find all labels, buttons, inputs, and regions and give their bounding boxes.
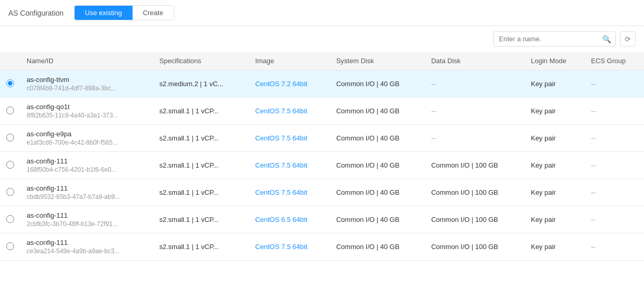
radio-cell bbox=[0, 152, 20, 179]
specs-cell: s2.small.1 | 1 vCP... bbox=[153, 206, 249, 233]
data-disk-cell: Common I/O | 100 GB bbox=[425, 206, 524, 233]
name-id-cell: as-config-111168f50b4-c756-4201-b1f6-6e0… bbox=[20, 152, 153, 179]
image-link[interactable]: CentOS 7.5 64bit bbox=[255, 243, 307, 251]
col-system-disk: System Disk bbox=[330, 52, 425, 70]
image-link[interactable]: CentOS 7.5 64bit bbox=[255, 161, 307, 169]
search-icon-button[interactable]: 🔍 bbox=[598, 35, 615, 43]
specs-cell: s2.small.1 | 1 vCP... bbox=[153, 125, 249, 152]
name-id-cell: as-config-ttvmc078f4b8-741d-4df7-898a-3b… bbox=[20, 70, 153, 98]
row-radio[interactable] bbox=[6, 79, 14, 87]
data-disk-cell: -- bbox=[425, 70, 524, 98]
image-cell: CentOS 6.5 64bit bbox=[249, 206, 330, 233]
login-mode-cell: Key pair bbox=[524, 98, 585, 125]
config-name: as-config-e9pa bbox=[27, 130, 147, 138]
image-link[interactable]: CentOS 7.5 64bit bbox=[255, 107, 307, 115]
image-cell: CentOS 7.2 64bit bbox=[249, 70, 330, 98]
refresh-button[interactable]: ⟳ bbox=[620, 31, 636, 46]
col-specifications: Specifications bbox=[153, 52, 249, 70]
config-name: as-config-111 bbox=[27, 184, 147, 192]
radio-cell bbox=[0, 125, 20, 152]
search-input[interactable] bbox=[494, 32, 598, 46]
data-disk-cell: Common I/O | 100 GB bbox=[425, 179, 524, 206]
data-disk-dash: -- bbox=[431, 107, 436, 115]
image-link[interactable]: CentOS 6.5 64bit bbox=[255, 216, 307, 223]
ecs-group-cell: -- bbox=[585, 206, 645, 233]
system-disk-cell: Common I/O | 40 GB bbox=[330, 206, 425, 233]
name-id-cell: as-config-e9pae1af3cd6-700e-4c42-8b0f-f5… bbox=[20, 125, 153, 152]
row-radio[interactable] bbox=[6, 107, 14, 114]
tab-use-existing[interactable]: Use existing bbox=[75, 6, 133, 20]
table-row[interactable]: as-config-111cbdb9532-65b3-47a7-b7a9-ab9… bbox=[0, 179, 644, 206]
col-radio bbox=[0, 52, 20, 70]
config-id: cbdb9532-65b3-47a7-b7a9-ab9... bbox=[27, 193, 147, 201]
search-wrap: 🔍 bbox=[493, 31, 616, 46]
table-row[interactable]: as-config-111ce3ea214-549e-4a9b-a9ae-bc3… bbox=[0, 233, 644, 261]
specs-cell: s2.small.1 | 1 vCP... bbox=[153, 233, 249, 261]
specs-cell: s2.small.1 | 1 vCP... bbox=[153, 152, 249, 179]
system-disk-cell: Common I/O | 40 GB bbox=[330, 179, 425, 206]
ecs-group-cell: -- bbox=[585, 179, 645, 206]
config-id: 2cbfb3fc-3b70-48ff-b13e-72f91... bbox=[27, 220, 147, 228]
specs-cell: s2.small.1 | 1 vCP... bbox=[153, 179, 249, 206]
system-disk-cell: Common I/O | 40 GB bbox=[330, 98, 425, 125]
data-disk-cell: -- bbox=[425, 125, 524, 152]
login-mode-cell: Key pair bbox=[524, 179, 585, 206]
config-name: as-config-111 bbox=[27, 211, 147, 219]
ecs-group-dash: -- bbox=[591, 134, 596, 142]
image-link[interactable]: CentOS 7.5 64bit bbox=[255, 134, 307, 142]
page-title: AS Configuration bbox=[8, 9, 64, 17]
tab-group: Use existing Create bbox=[74, 5, 174, 20]
col-name-id: Name/ID bbox=[20, 52, 153, 70]
config-id: 8f82b635-11c9-4a40-a3a1-373... bbox=[27, 112, 147, 119]
table-row[interactable]: as-config-1112cbfb3fc-3b70-48ff-b13e-72f… bbox=[0, 206, 644, 233]
col-login-mode: Login Mode bbox=[524, 52, 585, 70]
radio-cell bbox=[0, 179, 20, 206]
name-id-cell: as-config-1112cbfb3fc-3b70-48ff-b13e-72f… bbox=[20, 206, 153, 233]
image-cell: CentOS 7.5 64bit bbox=[249, 152, 330, 179]
name-id-cell: as-config-qo1t8f82b635-11c9-4a40-a3a1-37… bbox=[20, 98, 153, 125]
table-row[interactable]: as-config-qo1t8f82b635-11c9-4a40-a3a1-37… bbox=[0, 98, 644, 125]
row-radio[interactable] bbox=[6, 161, 14, 169]
login-mode-cell: Key pair bbox=[524, 233, 585, 261]
table-header-row: Name/ID Specifications Image System Disk… bbox=[0, 52, 644, 70]
config-id: c078f4b8-741d-4df7-898a-3bc... bbox=[27, 85, 147, 92]
data-disk-cell: Common I/O | 100 GB bbox=[425, 233, 524, 261]
radio-cell bbox=[0, 98, 20, 125]
data-disk-dash: -- bbox=[431, 80, 436, 88]
ecs-group-dash: -- bbox=[591, 161, 596, 169]
config-name: as-config-ttvm bbox=[27, 76, 147, 84]
radio-cell bbox=[0, 206, 20, 233]
ecs-group-cell: -- bbox=[585, 98, 645, 125]
login-mode-cell: Key pair bbox=[524, 152, 585, 179]
tab-create[interactable]: Create bbox=[133, 6, 174, 20]
image-cell: CentOS 7.5 64bit bbox=[249, 125, 330, 152]
row-radio[interactable] bbox=[6, 188, 14, 196]
ecs-group-cell: -- bbox=[585, 70, 645, 98]
table-row[interactable]: as-config-111168f50b4-c756-4201-b1f6-6e0… bbox=[0, 152, 644, 179]
data-disk-cell: Common I/O | 100 GB bbox=[425, 152, 524, 179]
ecs-group-dash: -- bbox=[591, 188, 596, 196]
row-radio[interactable] bbox=[6, 215, 14, 223]
ecs-group-dash: -- bbox=[591, 80, 596, 88]
config-table: Name/ID Specifications Image System Disk… bbox=[0, 52, 644, 261]
image-link[interactable]: CentOS 7.5 64bit bbox=[255, 188, 307, 196]
system-disk-cell: Common I/O | 40 GB bbox=[330, 70, 425, 98]
ecs-group-cell: -- bbox=[585, 233, 645, 261]
image-link[interactable]: CentOS 7.2 64bit bbox=[255, 80, 307, 88]
name-id-cell: as-config-111ce3ea214-549e-4a9b-a9ae-bc3… bbox=[20, 233, 153, 261]
row-radio[interactable] bbox=[6, 134, 14, 142]
ecs-group-dash: -- bbox=[591, 216, 596, 223]
specs-cell: s2.small.1 | 1 vCP... bbox=[153, 98, 249, 125]
table-row[interactable]: as-config-ttvmc078f4b8-741d-4df7-898a-3b… bbox=[0, 70, 644, 98]
config-name: as-config-111 bbox=[27, 157, 147, 165]
radio-cell bbox=[0, 233, 20, 261]
toolbar: 🔍 ⟳ bbox=[0, 26, 644, 52]
row-radio[interactable] bbox=[6, 242, 14, 250]
login-mode-cell: Key pair bbox=[524, 70, 585, 98]
ecs-group-dash: -- bbox=[591, 107, 596, 115]
image-cell: CentOS 7.5 64bit bbox=[249, 98, 330, 125]
login-mode-cell: Key pair bbox=[524, 206, 585, 233]
col-data-disk: Data Disk bbox=[425, 52, 524, 70]
table-row[interactable]: as-config-e9pae1af3cd6-700e-4c42-8b0f-f5… bbox=[0, 125, 644, 152]
image-cell: CentOS 7.5 64bit bbox=[249, 233, 330, 261]
